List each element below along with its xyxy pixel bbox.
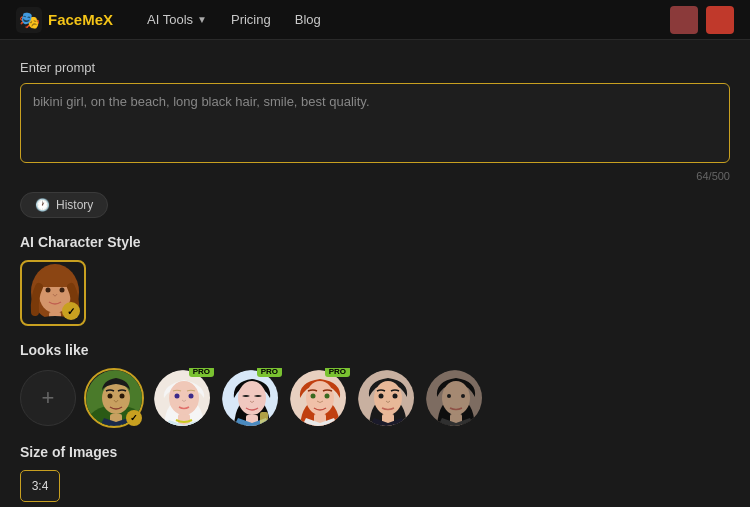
svg-point-36 [447, 394, 451, 398]
pro-badge-3: PRO [257, 368, 282, 377]
face-svg-3 [222, 370, 280, 428]
character-style-section: AI Character Style [20, 234, 730, 326]
svg-point-27 [325, 394, 330, 399]
face-svg-6 [426, 370, 484, 428]
nav-avatar-2[interactable] [706, 6, 734, 34]
chevron-down-icon: ▼ [197, 14, 207, 25]
pro-badge-2: PRO [189, 368, 214, 377]
svg-point-12 [108, 394, 113, 399]
look-item-3[interactable]: PRO [220, 368, 280, 428]
history-button[interactable]: 🕐 History [20, 192, 108, 218]
nav-item-pricing[interactable]: Pricing [221, 6, 281, 33]
character-style-title: AI Character Style [20, 234, 730, 250]
look-item-6[interactable] [424, 368, 484, 428]
size-title: Size of Images [20, 444, 730, 460]
prompt-label: Enter prompt [20, 60, 730, 75]
look-selected-check: ✓ [126, 410, 142, 426]
face-svg-2 [154, 370, 212, 428]
svg-point-26 [311, 394, 316, 399]
svg-point-31 [379, 394, 384, 399]
character-check-icon: ✓ [62, 302, 80, 320]
size-section: Size of Images 3:4 [20, 444, 730, 502]
look-item-inner-3 [220, 368, 280, 428]
size-options: 3:4 [20, 470, 730, 502]
face-svg-5 [358, 370, 416, 428]
svg-point-6 [46, 288, 51, 293]
looks-like-section: Looks like + [20, 342, 730, 428]
look-item-1[interactable]: ✓ [84, 368, 144, 428]
look-item-5[interactable] [356, 368, 416, 428]
nav-item-blog[interactable]: Blog [285, 6, 331, 33]
svg-point-32 [393, 394, 398, 399]
prompt-section: Enter prompt bikini girl, on the beach, … [20, 60, 730, 182]
nav-item-ai-tools[interactable]: AI Tools ▼ [137, 6, 217, 33]
look-item-2[interactable]: PRO [152, 368, 212, 428]
add-look-button[interactable]: + [20, 370, 76, 426]
history-icon: 🕐 [35, 198, 50, 212]
nav-avatar-1[interactable] [670, 6, 698, 34]
nav-right [670, 6, 734, 34]
nav-links: AI Tools ▼ Pricing Blog [137, 6, 670, 33]
svg-point-13 [120, 394, 125, 399]
brand-icon: 🎭 [16, 7, 42, 33]
svg-point-37 [461, 394, 465, 398]
look-item-inner-6 [424, 368, 484, 428]
prompt-counter: 64/500 [20, 170, 730, 182]
look-item-inner-5 [356, 368, 416, 428]
character-style-item[interactable]: ✓ [20, 260, 86, 326]
prompt-textarea[interactable]: bikini girl, on the beach, long black ha… [20, 83, 730, 163]
svg-point-18 [189, 394, 194, 399]
pro-badge-4: PRO [325, 368, 350, 377]
main-content: Enter prompt bikini girl, on the beach, … [0, 40, 750, 507]
svg-rect-22 [260, 412, 268, 426]
svg-point-16 [169, 381, 199, 415]
svg-text:🎭: 🎭 [19, 10, 41, 31]
looks-like-row: + [20, 368, 730, 428]
look-item-inner-4 [288, 368, 348, 428]
looks-like-title: Looks like [20, 342, 730, 358]
brand-logo[interactable]: 🎭 FaceMeX [16, 7, 113, 33]
face-svg-4 [290, 370, 348, 428]
look-item-4[interactable]: PRO [288, 368, 348, 428]
svg-point-7 [60, 288, 65, 293]
size-option-3-4[interactable]: 3:4 [20, 470, 60, 502]
look-item-inner-2 [152, 368, 212, 428]
character-style-options: ✓ [20, 260, 730, 326]
brand-name: FaceMeX [48, 11, 113, 28]
plus-icon: + [42, 385, 55, 411]
svg-point-17 [175, 394, 180, 399]
navbar: 🎭 FaceMeX AI Tools ▼ Pricing Blog [0, 0, 750, 40]
